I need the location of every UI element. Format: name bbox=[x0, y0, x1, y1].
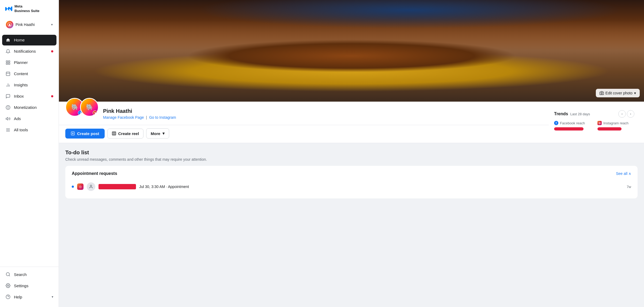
cover-image bbox=[59, 0, 644, 102]
go-to-instagram-link[interactable]: Go to Instagram bbox=[149, 115, 176, 120]
edit-cover-photo-button[interactable]: Edit cover photo ▾ bbox=[596, 89, 640, 97]
appointment-card-title: Appointment requests bbox=[72, 171, 117, 176]
sidebar-item-ads[interactable]: Ads bbox=[2, 113, 56, 124]
meta-logo: Meta Business Suite bbox=[4, 4, 39, 13]
todo-section: To-do list Check unread messages, commen… bbox=[59, 143, 644, 198]
todo-user-avatar bbox=[87, 182, 95, 191]
account-selector[interactable]: Pink Haathi ▾ bbox=[3, 19, 55, 30]
create-reel-icon bbox=[112, 131, 116, 136]
cover-furniture-decoration bbox=[59, 0, 644, 102]
cover-photo-area: Edit cover photo ▾ bbox=[59, 0, 644, 102]
chevron-down-icon: ▾ bbox=[51, 23, 53, 26]
trends-navigation: ‹ › bbox=[618, 110, 634, 118]
camera-icon bbox=[600, 91, 604, 95]
search-icon bbox=[5, 272, 11, 277]
help-chevron-icon: ▾ bbox=[52, 295, 53, 299]
todo-redacted-name bbox=[99, 184, 136, 189]
see-all-chevron-icon: ∧ bbox=[628, 171, 631, 176]
see-all-button[interactable]: See all ∧ bbox=[616, 171, 631, 176]
profile-name: Pink Haathi bbox=[103, 108, 542, 114]
todo-item-age: 7w bbox=[627, 185, 631, 189]
inbox-badge bbox=[51, 95, 53, 97]
sidebar-item-notifications[interactable]: Notifications bbox=[2, 46, 56, 57]
sidebar-item-label-home: Home bbox=[14, 38, 25, 42]
sidebar-item-content[interactable]: Content bbox=[2, 68, 56, 79]
sidebar-item-search[interactable]: Search bbox=[2, 269, 56, 280]
edit-cover-chevron-icon: ▾ bbox=[634, 91, 636, 95]
profile-avatars: 🐘 f 🐘 ✦ bbox=[65, 98, 99, 117]
facebook-reach-bar bbox=[554, 127, 584, 131]
ads-icon bbox=[5, 116, 11, 121]
manage-fb-page-link[interactable]: Manage Facebook Page bbox=[103, 115, 144, 120]
sidebar-item-label-ads: Ads bbox=[14, 116, 21, 121]
trends-prev-button[interactable]: ‹ bbox=[618, 110, 626, 118]
sidebar-nav: Home Notifications Planner bbox=[0, 34, 59, 267]
sidebar-item-label-inbox: Inbox bbox=[14, 94, 24, 98]
sidebar-item-all-tools[interactable]: All tools bbox=[2, 125, 56, 135]
svg-rect-4 bbox=[6, 63, 7, 64]
user-silhouette-icon bbox=[89, 185, 93, 189]
todo-appointment-info: Jul 30, 3:30 AM · Appointment bbox=[139, 185, 623, 189]
main-content: Edit cover photo ▾ 🐘 f 🐘 ✦ Pink Haat bbox=[59, 0, 644, 307]
sidebar-item-inbox[interactable]: Inbox bbox=[2, 91, 56, 102]
profile-actions-row: Create post Create reel More ▾ bbox=[59, 125, 549, 143]
profile-left: 🐘 f 🐘 ✦ Pink Haathi Manage Facebook Page… bbox=[59, 102, 549, 143]
svg-rect-1 bbox=[6, 61, 7, 62]
planner-icon bbox=[5, 60, 11, 65]
sidebar: Meta Business Suite Pink Haathi ▾ Home bbox=[0, 0, 59, 307]
facebook-small-icon: f bbox=[554, 121, 558, 125]
svg-marker-11 bbox=[6, 117, 8, 120]
more-button[interactable]: More ▾ bbox=[146, 128, 169, 139]
trend-instagram-reach: ◎ Instagram reach bbox=[597, 121, 634, 131]
sidebar-item-label-notifications: Notifications bbox=[14, 49, 36, 53]
more-chevron-icon: ▾ bbox=[162, 131, 165, 136]
create-post-icon bbox=[71, 131, 75, 136]
sidebar-item-label-settings: Settings bbox=[14, 283, 28, 288]
sidebar-item-monetization[interactable]: Monetization bbox=[2, 102, 56, 113]
sidebar-item-label-content: Content bbox=[14, 71, 28, 76]
help-icon bbox=[5, 294, 11, 300]
trends-panel: Trends Last 28 days ‹ › f Facebook reach bbox=[549, 106, 640, 139]
account-name: Pink Haathi bbox=[16, 22, 49, 27]
notifications-badge bbox=[51, 50, 53, 52]
sidebar-item-label-monetization: Monetization bbox=[14, 105, 37, 110]
svg-point-15 bbox=[6, 273, 9, 276]
instagram-badge-icon: ✦ bbox=[93, 110, 97, 115]
trend-facebook-label: f Facebook reach bbox=[554, 121, 591, 125]
trend-instagram-label: ◎ Instagram reach bbox=[597, 121, 634, 125]
sidebar-item-settings[interactable]: Settings bbox=[2, 280, 56, 291]
sidebar-item-home[interactable]: Home bbox=[2, 35, 56, 45]
sidebar-bottom: Search Settings Help ▾ bbox=[0, 267, 59, 307]
sidebar-item-label-all-tools: All tools bbox=[14, 128, 28, 132]
svg-rect-3 bbox=[9, 63, 10, 64]
edit-cover-photo-label: Edit cover photo bbox=[605, 91, 632, 95]
todo-subtitle: Check unread messages, comments and othe… bbox=[65, 157, 638, 162]
trends-next-button[interactable]: › bbox=[627, 110, 634, 118]
sidebar-item-help[interactable]: Help ▾ bbox=[2, 291, 56, 302]
inbox-icon bbox=[5, 94, 11, 99]
sidebar-item-planner[interactable]: Planner bbox=[2, 57, 56, 68]
create-reel-label: Create reel bbox=[118, 131, 139, 136]
avatar bbox=[6, 21, 13, 28]
home-icon bbox=[5, 37, 11, 43]
app-name: Meta Business Suite bbox=[14, 4, 39, 13]
trend-facebook-reach: f Facebook reach bbox=[554, 121, 591, 131]
svg-rect-5 bbox=[6, 72, 10, 76]
sidebar-item-label-insights: Insights bbox=[14, 83, 28, 87]
bell-icon bbox=[5, 49, 11, 54]
profile-links-separator: | bbox=[146, 115, 147, 120]
instagram-reach-bar bbox=[597, 127, 622, 131]
svg-point-10 bbox=[6, 105, 10, 109]
profile-and-trends-section: 🐘 f 🐘 ✦ Pink Haathi Manage Facebook Page… bbox=[59, 102, 644, 143]
sidebar-item-insights[interactable]: Insights bbox=[2, 80, 56, 90]
table-row: ◎ Jul 30, 3:30 AM · Appointment 7w bbox=[72, 180, 631, 193]
facebook-reach-bar-container bbox=[554, 127, 591, 131]
svg-rect-22 bbox=[112, 132, 116, 135]
svg-point-17 bbox=[7, 285, 9, 286]
create-post-button[interactable]: Create post bbox=[65, 129, 105, 139]
unread-dot bbox=[72, 186, 74, 188]
appointment-requests-card: Appointment requests See all ∧ ◎ Jul 30,… bbox=[65, 166, 638, 198]
svg-point-20 bbox=[601, 93, 602, 94]
create-reel-button[interactable]: Create reel bbox=[107, 129, 144, 139]
svg-point-23 bbox=[90, 185, 92, 186]
